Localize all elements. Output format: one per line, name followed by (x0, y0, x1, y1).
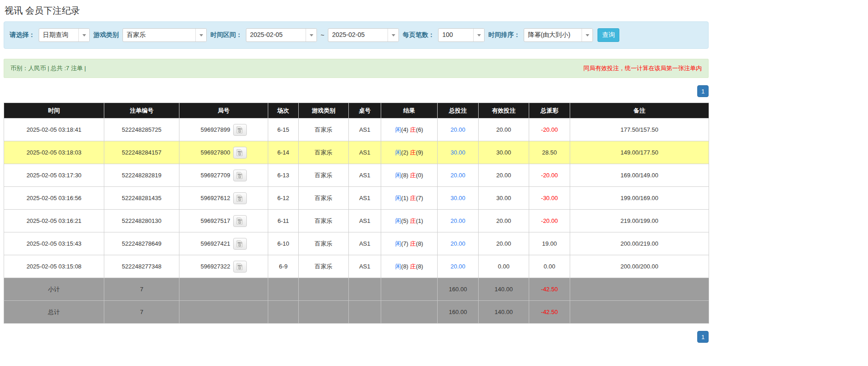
table-row: 2025-02-05 03:16:56522248281435596927612… (4, 187, 709, 210)
total-bet-link[interactable]: 20.00 (450, 217, 465, 224)
banker-result: 庄 (410, 263, 416, 270)
cell-payout: -30.00 (529, 187, 570, 210)
cell-bet-id: 522248282819 (104, 164, 179, 187)
cell-valid-bet: 20.00 (479, 164, 529, 187)
column-header-5: 桌号 (349, 103, 381, 119)
cell-table: AS1 (349, 187, 381, 210)
game-type-label: 游戏类别 (93, 31, 119, 39)
page-size-select[interactable]: 100 (438, 28, 485, 42)
cell-session: 6-14 (268, 141, 299, 164)
date-from-select[interactable]: 2025-02-05 (246, 28, 317, 42)
cell-table: AS1 (349, 164, 381, 187)
cell-game: 百家乐 (299, 255, 349, 278)
summary-payout: -42.50 (529, 301, 570, 324)
summary-bar: 币别：人民币 | 总共 :7 注单 | 同局有效投注，统一计算在该局第一张注单内 (4, 59, 709, 78)
time-sort-label: 时间排序： (488, 31, 520, 39)
cell-valid-bet: 30.00 (479, 141, 529, 164)
banker-result: 庄 (410, 172, 416, 179)
cell-bet-id: 522248281435 (104, 187, 179, 210)
total-bet-link[interactable]: 30.00 (450, 149, 465, 156)
cell-round: 596927517 (179, 210, 268, 232)
table-row: 2025-02-05 03:15:43522248278649596927421… (4, 232, 709, 255)
select-type-label: 请选择： (10, 31, 35, 39)
cell-round: 596927421 (179, 232, 268, 255)
query-type-select[interactable]: 日期查询 (39, 28, 90, 42)
chevron-down-icon[interactable] (195, 29, 206, 41)
column-header-6: 结果 (381, 103, 438, 119)
cell-total-bet[interactable]: 30.00 (438, 141, 479, 164)
cell-total-bet[interactable]: 20.00 (438, 232, 479, 255)
cell-total-bet[interactable]: 20.00 (438, 164, 479, 187)
chevron-down-icon[interactable] (473, 29, 484, 41)
cell-game: 百家乐 (299, 119, 349, 141)
cell-bet-id: 522248280130 (104, 210, 179, 232)
player-result: 闲 (395, 195, 401, 201)
cell-game: 百家乐 (299, 210, 349, 232)
chevron-down-icon[interactable] (582, 29, 592, 41)
cell-valid-bet: 30.00 (479, 187, 529, 210)
chevron-down-icon[interactable] (306, 29, 317, 41)
total-bet-link[interactable]: 30.00 (450, 195, 465, 201)
cell-payout: -20.00 (529, 119, 570, 141)
video-replay-button[interactable] (233, 147, 247, 159)
cell-time: 2025-02-05 03:16:21 (4, 210, 104, 232)
video-icon (236, 195, 244, 202)
cell-remark: 219.00/199.00 (570, 210, 709, 232)
cell-total-bet[interactable]: 20.00 (438, 255, 479, 278)
cell-bet-id: 522248284157 (104, 141, 179, 164)
cell-time: 2025-02-05 03:15:43 (4, 232, 104, 255)
cell-table: AS1 (349, 255, 381, 278)
table-row: 2025-02-05 03:17:30522248282819596927709… (4, 164, 709, 187)
query-type-value: 日期查询 (39, 29, 78, 41)
video-replay-button[interactable] (233, 170, 247, 181)
video-replay-button[interactable] (233, 192, 247, 204)
cell-payout: -20.00 (529, 164, 570, 187)
cell-result: 闲(1) 庄(7) (381, 187, 438, 210)
cell-bet-id: 522248278649 (104, 232, 179, 255)
cell-session: 6-13 (268, 164, 299, 187)
total-bet-link[interactable]: 20.00 (450, 126, 465, 133)
column-header-4: 游戏类别 (299, 103, 349, 119)
search-button[interactable]: 查询 (597, 28, 619, 42)
cell-session: 6-11 (268, 210, 299, 232)
round-number: 596927709 (200, 172, 230, 179)
video-icon (236, 172, 244, 179)
cell-total-bet[interactable]: 20.00 (438, 119, 479, 141)
game-type-select[interactable]: 百家乐 (123, 28, 207, 42)
total-bet-link[interactable]: 20.00 (450, 172, 465, 179)
cell-bet-id: 522248277348 (104, 255, 179, 278)
cell-remark: 149.00/177.50 (570, 141, 709, 164)
video-replay-button[interactable] (233, 124, 247, 136)
page-1-button[interactable]: 1 (697, 85, 709, 97)
cell-bet-id: 522248285725 (104, 119, 179, 141)
cell-total-bet[interactable]: 30.00 (438, 187, 479, 210)
cell-total-bet[interactable]: 20.00 (438, 210, 479, 232)
cell-valid-bet: 20.00 (479, 210, 529, 232)
cell-session: 6-9 (268, 255, 299, 278)
page-size-value: 100 (439, 29, 473, 41)
header-row: 时间注单编号局号场次游戏类别桌号结果总投注有效投注总派彩备注 (4, 103, 709, 119)
valid-bet-note: 同局有效投注，统一计算在该局第一张注单内 (583, 64, 702, 72)
video-replay-button[interactable] (233, 215, 247, 227)
summary-count: 7 (104, 278, 179, 301)
date-range-separator: ~ (321, 31, 324, 39)
page-1-button[interactable]: 1 (697, 331, 709, 343)
cell-round: 596927800 (179, 141, 268, 164)
game-type-value: 百家乐 (123, 29, 195, 41)
banker-result: 庄 (410, 149, 416, 156)
video-replay-button[interactable] (233, 261, 247, 273)
chevron-down-icon[interactable] (388, 29, 398, 41)
cell-result: 闲(7) 庄(8) (381, 232, 438, 255)
time-sort-select[interactable]: 降幂(由大到小) (524, 28, 593, 42)
total-bet-link[interactable]: 20.00 (450, 240, 465, 247)
chevron-down-icon[interactable] (78, 29, 89, 41)
date-to-select[interactable]: 2025-02-05 (328, 28, 399, 42)
column-header-3: 场次 (268, 103, 299, 119)
summary-valid-bet: 140.00 (479, 278, 529, 301)
summary-valid-bet: 140.00 (479, 301, 529, 324)
player-result: 闲 (395, 240, 401, 247)
total-bet-link[interactable]: 20.00 (450, 263, 465, 270)
cell-payout: 19.00 (529, 232, 570, 255)
cell-game: 百家乐 (299, 232, 349, 255)
video-replay-button[interactable] (233, 238, 247, 250)
